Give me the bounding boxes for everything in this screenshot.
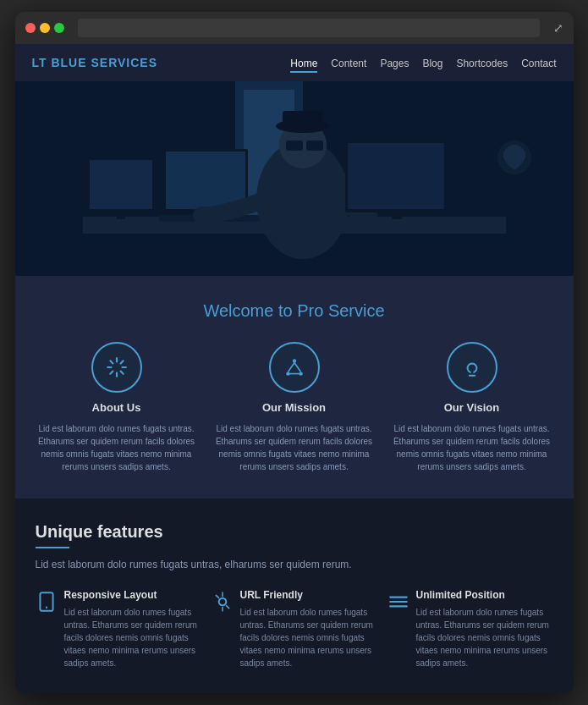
feature-about-us: About Us Lid est laborum dolo rumes fuga…: [32, 342, 201, 473]
feature-our-mission: Our Mission Lid est laborum dolo rumes f…: [210, 342, 379, 473]
welcome-title: Welcome to Pro Service: [32, 301, 557, 321]
browser-window: ⤢ LT BLUE SERVICES Home Content Pages Bl…: [15, 12, 574, 693]
mission-title: Our Mission: [262, 401, 326, 414]
url-title: URL Friendly: [240, 589, 377, 601]
about-us-desc: Lid est laborum dolo rumes fugats untras…: [32, 422, 201, 473]
svg-point-32: [218, 598, 226, 606]
unique-item-url: URL Friendly Lid est laborum dolo rumes …: [212, 589, 377, 669]
nav-item-home[interactable]: Home: [290, 55, 317, 70]
unique-section: Unique features Lid est laborum dolo rum…: [15, 498, 574, 693]
unique-grid: Responsive Layout Lid est laborum dolo r…: [36, 589, 553, 669]
about-us-icon-circle: [91, 342, 142, 393]
welcome-section: Welcome to Pro Service About Us Lid est …: [15, 276, 574, 498]
features-grid: About Us Lid est laborum dolo rumes fuga…: [32, 342, 557, 473]
vision-icon-circle: [447, 342, 497, 393]
url-desc: Lid est laborum dolo rumes fugats untras…: [240, 606, 377, 669]
nav-item-shortcodes[interactable]: Shortcodes: [456, 55, 508, 70]
bulb-icon: [461, 356, 483, 378]
dot-green[interactable]: [54, 23, 64, 33]
responsive-title: Responsive Layout: [64, 589, 201, 601]
position-desc: Lid est laborum dolo rumes fugats untras…: [416, 606, 553, 669]
asterisk-icon: [106, 356, 128, 378]
svg-line-27: [294, 363, 301, 372]
nav-item-pages[interactable]: Pages: [380, 55, 409, 70]
nav-item-blog[interactable]: Blog: [422, 55, 442, 70]
dot-red[interactable]: [25, 23, 36, 33]
svg-rect-22: [15, 81, 574, 276]
nav-links: Home Content Pages Blog Shortcodes Conta…: [290, 55, 556, 70]
unique-subtitle: Lid est laborum dolo rumes fugats untras…: [36, 559, 553, 570]
browser-chrome: ⤢: [15, 12, 574, 44]
dot-yellow[interactable]: [40, 23, 50, 33]
brand-logo: LT BLUE SERVICES: [32, 56, 158, 69]
hero-section: [15, 81, 574, 276]
position-title: Unlimited Position: [416, 589, 553, 601]
unique-title-underline: [36, 547, 69, 548]
svg-point-23: [292, 359, 295, 362]
mission-desc: Lid est laborum dolo rumes fugats untras…: [210, 422, 379, 473]
unique-title: Unique features: [36, 522, 553, 542]
browser-dots: [25, 23, 64, 33]
mission-icon-circle: [269, 342, 320, 393]
unique-item-responsive: Responsive Layout Lid est laborum dolo r…: [36, 589, 201, 669]
vision-desc: Lid est laborum dolo rumes fugats untras…: [387, 422, 557, 473]
url-content: URL Friendly Lid est laborum dolo rumes …: [240, 589, 377, 669]
address-bar[interactable]: [78, 19, 540, 37]
welcome-highlight: Pro Service: [297, 301, 384, 320]
network-icon: [283, 356, 305, 378]
about-us-title: About Us: [92, 401, 141, 414]
nav-item-contact[interactable]: Contact: [521, 55, 556, 70]
position-content: Unlimited Position Lid est laborum dolo …: [416, 589, 553, 669]
nav-item-content[interactable]: Content: [331, 55, 366, 70]
lines-icon: [387, 591, 408, 617]
url-icon: [212, 591, 232, 617]
navbar: LT BLUE SERVICES Home Content Pages Blog…: [15, 44, 574, 81]
svg-line-26: [288, 363, 294, 372]
responsive-content: Responsive Layout Lid est laborum dolo r…: [64, 589, 201, 669]
responsive-desc: Lid est laborum dolo rumes fugats untras…: [64, 606, 201, 669]
tablet-icon: [36, 591, 56, 617]
unique-item-position: Unlimited Position Lid est laborum dolo …: [387, 589, 553, 669]
feature-our-vision: Our Vision Lid est laborum dolo rumes fu…: [387, 342, 557, 473]
vision-title: Our Vision: [444, 401, 500, 414]
expand-icon[interactable]: ⤢: [553, 21, 563, 35]
